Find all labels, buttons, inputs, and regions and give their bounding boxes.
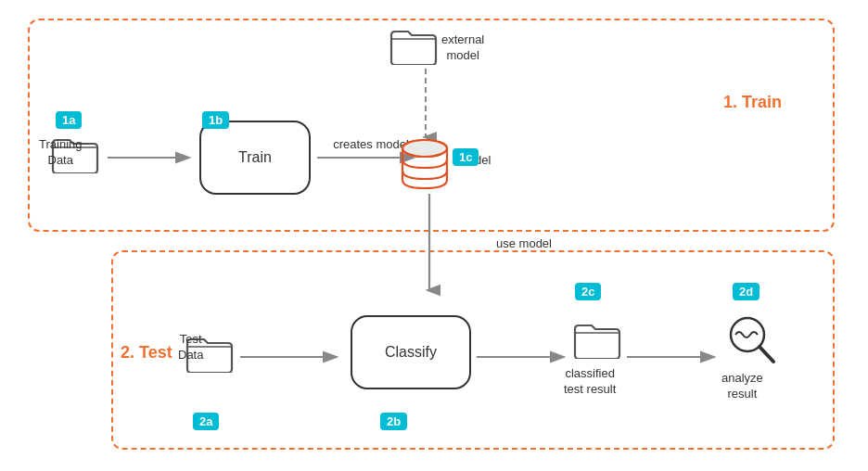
badge-2b: 2b bbox=[380, 413, 407, 430]
analyze-result-label: analyzeresult bbox=[721, 371, 763, 402]
model-db-icon bbox=[399, 137, 451, 194]
badge-1a: 1a bbox=[56, 111, 82, 129]
badge-2a: 2a bbox=[193, 413, 219, 430]
svg-point-4 bbox=[402, 140, 447, 157]
arrow-model-to-classify bbox=[418, 190, 440, 301]
train-section-label: 1. Train bbox=[723, 93, 782, 112]
classified-result-label: classifiedtest result bbox=[564, 366, 616, 398]
classify-label: Classify bbox=[385, 344, 437, 361]
test-data-label: TestData bbox=[178, 332, 203, 363]
arrow-classified-to-analyze bbox=[623, 346, 725, 368]
arrow-testdata-to-classify bbox=[236, 346, 348, 368]
external-model-folder bbox=[389, 26, 438, 68]
arrow-external-to-db bbox=[415, 65, 437, 148]
badge-1b: 1b bbox=[202, 111, 229, 129]
badge-1c: 1c bbox=[453, 148, 479, 166]
svg-point-10 bbox=[733, 320, 762, 350]
use-model-label: use model bbox=[482, 236, 566, 252]
diagram: 1. Train 2. Test TrainingData 1a Train 1… bbox=[0, 0, 868, 471]
classified-folder bbox=[573, 320, 621, 362]
arrow-classify-to-classified bbox=[473, 346, 575, 368]
classify-process-box: Classify bbox=[351, 315, 471, 389]
svg-line-11 bbox=[760, 347, 773, 362]
train-label: Train bbox=[238, 149, 272, 166]
arrow-data-to-train bbox=[104, 146, 197, 169]
badge-2c: 2c bbox=[575, 283, 601, 300]
training-data-label: TrainingData bbox=[39, 137, 82, 169]
analyze-icon bbox=[725, 311, 779, 371]
external-model-label: externalmodel bbox=[441, 32, 484, 64]
test-section-label: 2. Test bbox=[121, 343, 172, 363]
train-process-box: Train bbox=[199, 121, 311, 195]
badge-2d: 2d bbox=[733, 283, 760, 300]
